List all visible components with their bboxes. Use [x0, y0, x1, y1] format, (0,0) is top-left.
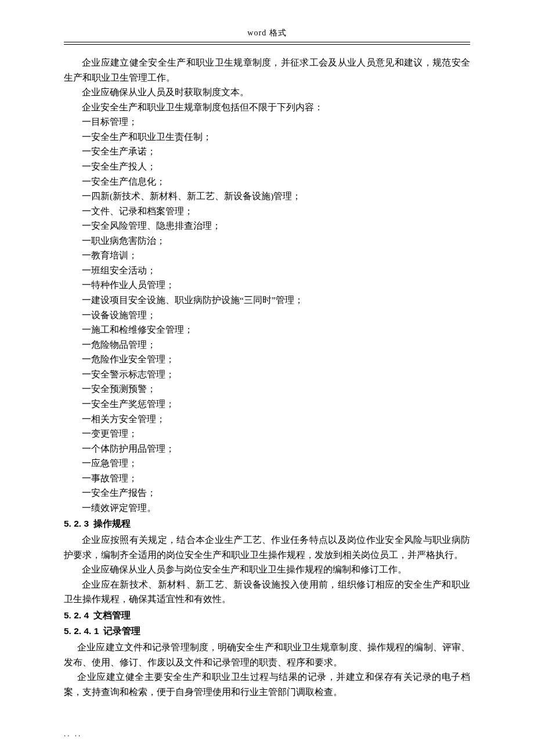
list-item: 一绩效评定管理。 — [64, 501, 470, 516]
footer-marker: .. .. — [64, 729, 82, 739]
paragraph-523-3: 企业应在新技术、新材料、新工艺、新设备设施投入使用前，组织修订相应的安全生产和职… — [64, 577, 470, 607]
list-item: 一个体防护用品管理； — [64, 441, 470, 456]
list-item: 一安全预测预警； — [64, 381, 470, 397]
heading-title: 操作规程 — [93, 519, 131, 528]
paragraph-523-2: 企业应确保从业人员参与岗位安全生产和职业卫生操作规程的编制和修订工作。 — [64, 562, 470, 577]
list-item: 一应急管理； — [64, 456, 470, 471]
list-item: 一相关方安全管理； — [64, 412, 470, 427]
list-item: 一目标管理； — [64, 114, 470, 129]
list-item: 一文件、记录和档案管理； — [64, 204, 470, 219]
list-item: 一安全生产投人； — [64, 159, 470, 174]
list-item: 一事故管理； — [64, 471, 470, 486]
heading-title: 记录管理 — [103, 626, 140, 636]
heading-5-2-3: 5. 2. 3 操作规程 — [64, 516, 470, 531]
page-header: word 格式 — [64, 28, 470, 41]
heading-number: 5. 2. 3 — [64, 519, 89, 528]
list-item: 一职业病危害防治； — [64, 233, 470, 249]
list-item: 一教育培训； — [64, 248, 470, 263]
list-item: 一建设项目安全设施、职业病防护设施“三同时”管理； — [64, 293, 470, 308]
list-item: 一危险作业安全管理； — [64, 352, 470, 367]
list-item: 一安全生产奖惩管理； — [64, 397, 470, 412]
list-item: 一设备设施管理； — [64, 308, 470, 323]
paragraph-intro-2: 企业应确保从业人员及时获取制度文本。 — [64, 85, 470, 100]
list-item: 一安全生产承诺； — [64, 144, 470, 159]
paragraph-intro-1: 企业应建立健全安全生产和职业卫生规章制度，并征求工会及从业人员意见和建议，规范安… — [64, 55, 470, 85]
paragraph-5241-2: 企业应建立健全主要安全生产和职业卫生过程与结果的记录，并建立和保存有关记录的电子… — [64, 669, 470, 699]
list-item: 一变更管理； — [64, 426, 470, 441]
list-item: 一班组安全活动； — [64, 263, 470, 278]
list-item: 一危险物品管理； — [64, 337, 470, 352]
heading-title: 文档管理 — [93, 610, 131, 620]
list-item: 一安全生产和职业卫生责任制； — [64, 129, 470, 145]
list-item: 一安全风险管理、隐患排查治理； — [64, 218, 470, 233]
list-item: 一安全警示标志管理； — [64, 367, 470, 382]
document-page: word 格式 企业应建立健全安全生产和职业卫生规章制度，并征求工会及从业人员意… — [0, 0, 534, 756]
paragraph-523-1: 企业应按照有关规定，结合本企业生产工艺、作业任务特点以及岗位作业安全风险与职业病… — [64, 532, 470, 562]
heading-5-2-4: 5. 2. 4 文档管理 — [64, 608, 470, 623]
list-item: 一施工和检维修安全管理； — [64, 322, 470, 337]
paragraph-intro-3: 企业安全生产和职业卫生规章制度包括但不限于下列内容： — [64, 100, 470, 115]
header-divider — [64, 42, 470, 45]
heading-number: 5. 2. 4 — [64, 610, 89, 620]
header-label: word 格式 — [247, 28, 286, 37]
list-item: 一特种作业人员管理； — [64, 278, 470, 293]
heading-5-2-4-1: 5. 2. 4. 1 记录管理 — [64, 624, 470, 639]
paragraph-5241-1: 企业应建立文件和记录管理制度，明确安全生产和职业卫生规章制度、操作规程的编制、评… — [64, 640, 470, 669]
list-item: 一安全生产信息化； — [64, 174, 470, 189]
heading-number: 5. 2. 4. 1 — [64, 626, 99, 636]
list-item: 一安全生产报告； — [64, 485, 470, 501]
list-item: 一四新(新技术、新材料、新工艺、新设备设施)管理； — [64, 189, 470, 204]
